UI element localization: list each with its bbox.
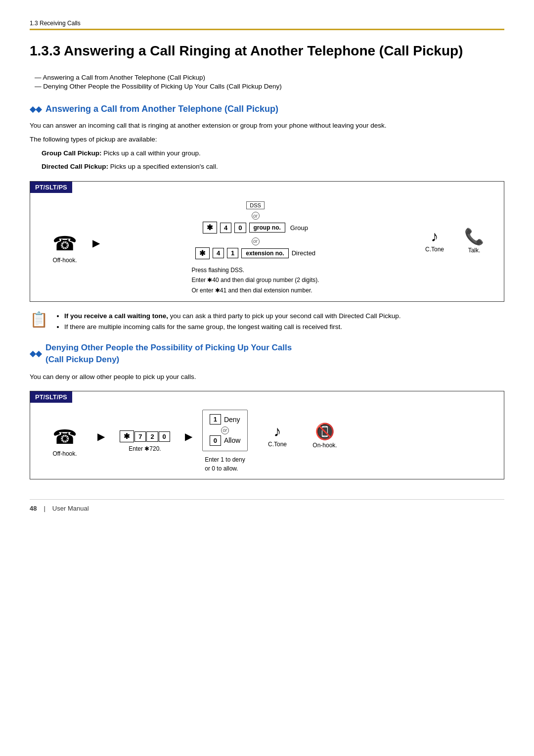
diamond-icons-2: ◆◆ (30, 348, 42, 359)
gold-divider (30, 29, 504, 30)
allow-text: Allow (224, 436, 240, 444)
toc-item-1: Answering a Call from Another Telephone … (35, 74, 504, 81)
group-no-btn: group no. (249, 223, 285, 233)
key0-allow: 0 (210, 435, 221, 446)
diagram2-content: ☎ Off-hook. ▶ ✱ 7 2 0 Enter ✱720. ▶ (30, 403, 504, 479)
handset-talk-icon: 📞 (464, 227, 484, 246)
caption-enter-star40: Enter ✱40 and then dial group number (2 … (191, 275, 319, 285)
phone-offhook-icon: ☎ (52, 232, 77, 255)
caption-or-star41: Or enter ✱41 and then dial extension num… (191, 285, 319, 295)
ctone-label-2: C.Tone (268, 441, 287, 448)
footer-label: User Manual (52, 505, 89, 512)
section2-body: You can deny or allow other people to pi… (30, 372, 504, 382)
col-middle-1: DSS or ✱ 4 0 group no. Group or (103, 201, 408, 295)
col-onhook: 📵 On-hook. (305, 422, 345, 449)
key2: 2 (146, 431, 158, 442)
section2-heading1: Denying Other People the Possibility of … (45, 343, 292, 352)
diagram1-captions: Press flashing DSS. Enter ✱40 and then d… (191, 265, 319, 295)
key4-1: 4 (220, 223, 231, 233)
col-ctone-1: ♪ C.Tone (415, 228, 454, 253)
section1-group-pickup: Group Call Pickup: Picks up a call withi… (42, 148, 504, 159)
directed-option-row: ✱ 4 1 extension no. Directed (195, 247, 315, 259)
key4-2: 4 (213, 248, 224, 258)
toc-list: Answering a Call from Another Telephone … (30, 74, 504, 90)
col-offhook-1: ☎ Off-hook. (40, 232, 89, 264)
onhook-label: On-hook. (312, 442, 337, 449)
note-icon-1: 📋 (30, 311, 49, 328)
section1-body1: You can answer an incoming call that is … (30, 120, 504, 131)
arrow1: ▶ (92, 237, 100, 249)
allow-option: 0 Allow (210, 435, 241, 446)
note-box-1: 📋 If you receive a call waiting tone, yo… (30, 311, 504, 332)
ring-tone-icon-2: ♪ (274, 423, 281, 440)
group-label: Group (290, 224, 308, 232)
offhook-label-2: Off-hook. (52, 450, 77, 457)
col-offhook-2: ☎ Off-hook. (40, 425, 89, 457)
arrow2: ▶ (97, 430, 105, 442)
key0-720: 0 (159, 431, 170, 442)
directed-label: Directed (292, 249, 315, 257)
diagram1: PT/SLT/PS ☎ Off-hook. ▶ DSS or (30, 181, 504, 302)
section1-body2: The following types of pickup are availa… (30, 134, 504, 145)
note1-bold: If you receive a call waiting tone, (64, 312, 168, 320)
key1-deny: 1 (210, 414, 221, 425)
section1-directed-pickup: Directed Call Pickup: Picks up a specifi… (42, 161, 504, 172)
option-block2: 1 Deny or 0 Allow (202, 410, 248, 451)
arrow3: ▶ (185, 430, 192, 442)
key1-1: 1 (227, 248, 238, 258)
enter720-label: Enter ✱720. (129, 445, 161, 452)
offhook-label: Off-hook. (52, 257, 77, 264)
ring-tone-icon: ♪ (431, 228, 439, 245)
keys-720: ✱ 7 2 0 (120, 430, 170, 442)
or-circle-mid: or (252, 237, 260, 245)
caption-press-dss: Press flashing DSS. (191, 265, 319, 275)
talk-label-1: Talk. (468, 247, 481, 254)
col-enter720: ✱ 7 2 0 Enter ✱720. (113, 430, 177, 452)
key0-1: 0 (234, 223, 246, 233)
col-options2: 1 Deny or 0 Allow Enter 1 to deny or 0 t… (200, 410, 250, 473)
key7: 7 (134, 431, 146, 442)
enter1-caption: Enter 1 to deny or 0 to allow. (205, 455, 245, 473)
diamond-icons-1: ◆◆ (30, 104, 42, 114)
or-top: or (252, 211, 260, 220)
or-middle: or (252, 236, 260, 245)
section1-heading: ◆◆ Answering a Call from Another Telepho… (30, 104, 504, 114)
group-option-row: ✱ 4 0 group no. Group (203, 222, 308, 234)
note-content-1: If you receive a call waiting tone, you … (55, 311, 401, 332)
deny-text: Deny (224, 416, 240, 424)
col-ctone-2: ♪ C.Tone (258, 423, 297, 448)
dss-box: DSS (246, 201, 265, 209)
footer-sep: | (44, 505, 45, 512)
ext-no-btn: extension no. (241, 248, 288, 258)
col-talk-1: 📞 Talk. (454, 227, 494, 254)
diagram2-header: PT/SLT/PS (30, 391, 72, 403)
or-circle-top: or (252, 212, 260, 220)
ctone-label-1: C.Tone (425, 246, 444, 253)
dss-area: DSS (246, 201, 265, 209)
or-between: or (210, 425, 241, 434)
diagram1-cols: ☎ Off-hook. ▶ DSS or ✱ 4 0 (40, 201, 494, 295)
diagram1-content: ☎ Off-hook. ▶ DSS or ✱ 4 0 (30, 193, 504, 301)
phone-offhook-icon-2: ☎ (52, 425, 77, 448)
chapter-title: 1.3.3 Answering a Call Ringing at Anothe… (30, 42, 504, 60)
note2-text: If there are multiple incoming calls for… (64, 322, 401, 332)
note1-text: you can ask a third party to pick up you… (170, 312, 401, 320)
star-key-1: ✱ (203, 222, 217, 234)
star-key-2: ✱ (195, 247, 210, 259)
section-label: 1.3 Receiving Calls (30, 20, 504, 27)
footer: 48 | User Manual (30, 499, 504, 512)
footer-page: 48 (30, 505, 37, 512)
deny-option: 1 Deny (210, 414, 241, 425)
toc-item-2: Denying Other People the Possibility of … (35, 83, 504, 90)
star-key-3: ✱ (120, 430, 134, 442)
handset-onhook-icon: 📵 (315, 422, 335, 441)
diagram2: PT/SLT/PS ☎ Off-hook. ▶ ✱ 7 2 0 Enter ✱7… (30, 391, 504, 479)
diagram2-cols: ☎ Off-hook. ▶ ✱ 7 2 0 Enter ✱720. ▶ (40, 410, 494, 473)
diagram1-header: PT/SLT/PS (30, 182, 72, 193)
section2-heading: ◆◆ Denying Other People the Possibility … (30, 342, 504, 366)
or-circle-2: or (221, 426, 229, 434)
section2-heading2: (Call Pickup Deny) (45, 355, 119, 364)
